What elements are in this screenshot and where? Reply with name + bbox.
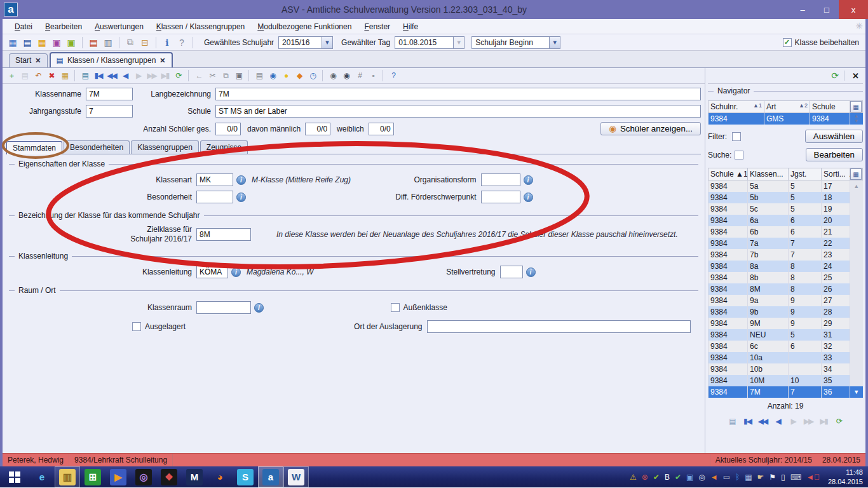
person-icon[interactable]: ◉: [327, 70, 339, 82]
organisationsform-input[interactable]: [481, 173, 520, 186]
foerderschwerpunkt-input[interactable]: [481, 191, 520, 203]
alert-icon[interactable]: ◆: [293, 70, 305, 82]
aussenklasse-checkbox[interactable]: ✓: [391, 303, 400, 312]
person-group-icon[interactable]: ◉: [340, 70, 352, 82]
stellvertretung-input[interactable]: [500, 266, 523, 278]
column-config-icon[interactable]: ▦: [850, 101, 863, 113]
tab-start[interactable]: Start ✕: [9, 53, 48, 67]
filter-checkbox[interactable]: ✓: [732, 132, 741, 141]
scrollbar[interactable]: [850, 329, 863, 341]
help2-icon[interactable]: ?: [387, 70, 399, 82]
detail-tab-stammdaten[interactable]: Stammdaten: [6, 141, 62, 154]
menu-item[interactable]: Fenster: [358, 20, 396, 33]
shield-ok-icon[interactable]: ✔: [675, 473, 681, 482]
scrollbar[interactable]: [850, 261, 863, 272]
nav-refresh-icon[interactable]: ⟳: [833, 416, 845, 428]
table-row[interactable]: 93846c632: [709, 341, 863, 352]
scroll-up-down-icon[interactable]: ▲▼: [850, 113, 863, 125]
detail-tab-zeugnisse[interactable]: Zeugnisse: [200, 140, 248, 154]
copy-pages-icon[interactable]: ⧉: [124, 36, 137, 49]
maximize-button[interactable]: □: [815, 0, 839, 19]
maxon-icon[interactable]: M: [182, 466, 207, 487]
detail-tab-besonderheiten[interactable]: Besonderheiten: [64, 140, 130, 154]
keyboard-layout-icon[interactable]: ▦: [745, 473, 752, 482]
print-icon[interactable]: ▤: [253, 70, 265, 82]
paste-icon[interactable]: ▣: [233, 70, 245, 82]
start-button[interactable]: [0, 466, 29, 487]
media-player-icon[interactable]: ▶: [105, 466, 131, 487]
bearbeiten-button[interactable]: Bearbeiten: [806, 148, 863, 161]
new-record-icon[interactable]: ＋: [5, 70, 17, 82]
klassenleitung-input[interactable]: [196, 266, 228, 278]
battery-icon[interactable]: ▯: [781, 473, 785, 482]
fast-next-icon[interactable]: ▶▶: [146, 70, 158, 82]
nav-first-icon[interactable]: ▮◀: [742, 416, 754, 428]
chevron-down-icon[interactable]: ▼: [549, 37, 560, 48]
menu-item[interactable]: Modulbezogene Funktionen: [252, 20, 357, 33]
note-purple-icon[interactable]: ▣: [50, 36, 63, 49]
asv-icon[interactable]: a: [258, 466, 283, 487]
delete-icon[interactable]: ✖: [45, 70, 57, 82]
note-green-icon[interactable]: ▣: [65, 36, 78, 49]
langbezeichnung-input[interactable]: [215, 88, 701, 100]
volume-muted-icon[interactable]: ◄⃠: [806, 473, 820, 482]
nav-form-icon[interactable]: ▤: [726, 416, 738, 428]
keep-class-checkbox[interactable]: ✓: [783, 38, 792, 47]
first-record-icon[interactable]: ▮◀: [92, 70, 104, 82]
fast-prev-icon[interactable]: ◀◀: [105, 70, 118, 82]
scrollbar[interactable]: [850, 203, 863, 215]
form-view-icon[interactable]: ▤: [79, 70, 91, 82]
scrollbar[interactable]: [850, 249, 863, 261]
menu-item[interactable]: Datei: [9, 20, 38, 33]
schuljahr-select[interactable]: 2015/16 ▼: [278, 36, 333, 49]
auswaehlen-button[interactable]: Auswählen: [805, 130, 863, 143]
taskbar-clock[interactable]: 11:48 28.04.2015: [825, 468, 863, 486]
table-row[interactable]: 938410M1035: [709, 375, 863, 386]
navigator-sync-icon[interactable]: ⟳: [831, 71, 839, 81]
ort-auslagerung-input[interactable]: [427, 320, 691, 333]
school-col-schule[interactable]: Schule: [810, 101, 850, 113]
table-row[interactable]: 93846a620: [709, 215, 863, 226]
window-remove-icon[interactable]: ⊟: [139, 36, 151, 49]
scrollbar[interactable]: ▲: [850, 180, 863, 192]
info-icon[interactable]: i: [236, 175, 246, 185]
table-row[interactable]: 938410a33: [709, 352, 863, 363]
scrollbar[interactable]: [850, 238, 863, 249]
word-icon[interactable]: W: [283, 466, 309, 487]
besonderheit-input[interactable]: [196, 191, 233, 203]
class-col-sortierung[interactable]: Sorti... ▲2: [822, 168, 850, 180]
hint-icon[interactable]: ●: [280, 70, 292, 82]
cut-icon[interactable]: ✂: [206, 70, 218, 82]
nav-last-icon[interactable]: ▶▮: [818, 416, 830, 428]
scrollbar[interactable]: [850, 272, 863, 283]
jahrgangsstufe-input[interactable]: [86, 105, 133, 118]
class-col-schule[interactable]: Schule ▲1: [709, 168, 748, 180]
navigator-close-icon[interactable]: ✕: [850, 71, 862, 81]
column-config-icon[interactable]: ▦: [850, 168, 863, 180]
table-row[interactable]: 93847a722: [709, 238, 863, 249]
klassenraum-input[interactable]: [196, 301, 251, 314]
ausgelagert-checkbox[interactable]: ✓: [132, 322, 141, 331]
speaker-icon[interactable]: ◄: [710, 473, 718, 482]
chevron-down-icon[interactable]: ▼: [322, 37, 332, 48]
scrollbar[interactable]: [850, 375, 863, 386]
scrollbar[interactable]: [850, 363, 863, 375]
menu-item[interactable]: Klassen / Klassengruppen: [151, 20, 250, 33]
antivirus-icon[interactable]: ⊗: [642, 473, 648, 482]
class-col-klassen[interactable]: Klassen...: [748, 168, 789, 180]
table-row[interactable]: 93847b723: [709, 249, 863, 261]
scrollbar[interactable]: [850, 226, 863, 238]
edit-table-icon[interactable]: ▦: [58, 70, 71, 82]
store-icon[interactable]: ⊞: [80, 466, 105, 487]
pointer-icon[interactable]: ☛: [757, 473, 764, 482]
tab-klassen-klassengruppen[interactable]: ▤ Klassen / Klassengruppen ✕: [50, 52, 173, 67]
info-icon[interactable]: i: [254, 303, 264, 313]
network-icon[interactable]: ⌨: [790, 473, 801, 482]
chevron-down-icon[interactable]: ▼: [453, 37, 464, 48]
tag-select[interactable]: 01.08.2015 ▼: [395, 36, 465, 49]
next-record-icon[interactable]: ▶: [132, 70, 144, 82]
help-icon[interactable]: ?: [175, 36, 188, 49]
table-row[interactable]: 938410b34: [709, 363, 863, 375]
last-record-icon[interactable]: ▶▮: [159, 70, 171, 82]
scrollbar[interactable]: ▼: [850, 386, 863, 398]
